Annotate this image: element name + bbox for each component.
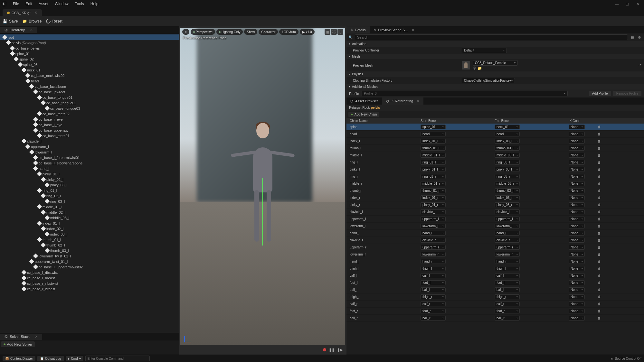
add-chain-button[interactable]: + Add New Chain xyxy=(348,112,379,117)
bone-item[interactable]: index_02_l xyxy=(0,226,179,231)
bone-item[interactable]: cc_base_l_upperarmtwist02 xyxy=(0,264,179,270)
bone-item[interactable]: cc_base_teeth01 xyxy=(0,133,179,138)
perspective-dropdown[interactable]: Perspective xyxy=(191,29,215,35)
menu-help[interactable]: Help xyxy=(87,2,102,6)
start-bone-dropdown[interactable]: middle_01_r▾ xyxy=(421,181,446,186)
preview-mesh-dropdown[interactable]: CC3_Default_Female▾ xyxy=(473,60,518,66)
delete-chain-button[interactable]: 🗑 xyxy=(598,253,601,256)
end-bone-dropdown[interactable]: neck_01▾ xyxy=(495,125,520,129)
end-bone-dropdown[interactable]: upperarm_l▾ xyxy=(495,217,520,221)
source-control-status[interactable]: Source Control Off xyxy=(615,357,641,360)
chain-row[interactable]: clavicle_lclavicle_l▾clavicle_l▾None▾🗑 xyxy=(346,209,644,216)
view-options-button[interactable]: ▦ xyxy=(630,35,635,40)
delete-chain-button[interactable]: 🗑 xyxy=(598,175,601,178)
start-bone-dropdown[interactable]: hand_l▾ xyxy=(421,231,446,236)
start-bone-dropdown[interactable]: ring_01_l▾ xyxy=(421,160,446,165)
menu-window[interactable]: Window xyxy=(52,2,72,6)
ik-goal-dropdown[interactable]: None▾ xyxy=(569,132,585,136)
remove-profile-button[interactable]: Remove Profile xyxy=(613,91,641,96)
chain-row[interactable]: calf_lcalf_l▾calf_l▾None▾🗑 xyxy=(346,272,644,279)
bone-item[interactable]: head xyxy=(0,78,179,84)
end-bone-dropdown[interactable]: ring_03_l▾ xyxy=(495,160,520,165)
end-bone-dropdown[interactable]: thumb_03_l▾ xyxy=(495,146,520,151)
end-bone-dropdown[interactable]: index_03_l▾ xyxy=(495,139,520,144)
chain-row[interactable]: hand_rhand_r▾hand_r▾None▾🗑 xyxy=(346,258,644,265)
preview-controller-dropdown[interactable]: Default▾ xyxy=(462,48,507,53)
bone-item[interactable]: index_01_l xyxy=(0,220,179,226)
start-bone-dropdown[interactable]: ball_l▾ xyxy=(421,287,446,292)
asset-browser-tab[interactable]: ⌬ Asset Browser xyxy=(346,97,382,105)
bone-item[interactable]: cc_base_facialbone xyxy=(0,84,179,89)
end-bone-dropdown[interactable]: calf_l▾ xyxy=(495,273,520,278)
profile-dropdown[interactable]: Profile_0▾ xyxy=(362,91,568,96)
chain-row[interactable]: pinky_lpinky_01_l▾pinky_03_l▾None▾🗑 xyxy=(346,166,644,173)
bone-item[interactable]: cc_base_necktwist02 xyxy=(0,73,179,78)
end-bone-dropdown[interactable]: middle_03_r▾ xyxy=(495,181,520,186)
ik-goal-dropdown[interactable]: None▾ xyxy=(569,174,585,179)
ik-goal-dropdown[interactable]: None▾ xyxy=(569,125,585,129)
chain-row[interactable]: upperarm_lupperarm_l▾upperarm_l▾None▾🗑 xyxy=(346,216,644,223)
chain-row[interactable]: lowerarm_llowerarm_l▾lowerarm_l▾None▾🗑 xyxy=(346,223,644,230)
bone-item[interactable]: cc_base_l_forearmtwist01 xyxy=(0,155,179,160)
start-bone-dropdown[interactable]: spine_01▾ xyxy=(421,125,446,129)
ik-goal-dropdown[interactable]: None▾ xyxy=(569,316,585,320)
chain-row[interactable]: hand_lhand_l▾hand_l▾None▾🗑 xyxy=(346,230,644,237)
delete-chain-button[interactable]: 🗑 xyxy=(598,168,601,171)
end-bone-dropdown[interactable]: pinky_03_r▾ xyxy=(495,202,520,207)
chain-row[interactable]: upperarm_rupperarm_r▾upperarm_r▾None▾🗑 xyxy=(346,244,644,251)
pause-button[interactable]: ❚❚ xyxy=(329,348,335,352)
delete-chain-button[interactable]: 🗑 xyxy=(598,246,601,249)
start-bone-dropdown[interactable]: pinky_01_l▾ xyxy=(421,167,446,172)
start-bone-dropdown[interactable]: pinky_01_r▾ xyxy=(421,202,446,207)
ik-goal-dropdown[interactable]: None▾ xyxy=(569,181,585,186)
bone-item[interactable]: root xyxy=(0,34,179,40)
viewport-options-button[interactable]: ⋮ xyxy=(337,29,343,35)
delete-chain-button[interactable]: 🗑 xyxy=(598,302,601,306)
end-bone-dropdown[interactable]: middle_03_l▾ xyxy=(495,153,520,158)
clothing-factory-dropdown[interactable]: ChaosClothingSimulationFactory▾ xyxy=(462,78,515,83)
start-bone-dropdown[interactable]: upperarm_l▾ xyxy=(421,217,446,221)
mesh-thumbnail[interactable] xyxy=(462,61,470,70)
use-asset-button[interactable]: ⦿ xyxy=(473,66,476,70)
chain-row[interactable]: ring_rring_01_r▾ring_03_r▾None▾🗑 xyxy=(346,173,644,180)
chain-row[interactable]: calf_rcalf_r▾calf_r▾None▾🗑 xyxy=(346,301,644,308)
end-bone-dropdown[interactable]: thumb_03_r▾ xyxy=(495,188,520,193)
delete-chain-button[interactable]: 🗑 xyxy=(598,182,601,185)
end-bone-dropdown[interactable]: ring_03_r▾ xyxy=(495,174,520,179)
bone-item[interactable]: thumb_02_l xyxy=(0,242,179,248)
end-bone-dropdown[interactable]: thigh_l▾ xyxy=(495,266,520,271)
browse-button[interactable]: 📁 Browse xyxy=(22,19,42,23)
delete-chain-button[interactable]: 🗑 xyxy=(598,288,601,292)
delete-chain-button[interactable]: 🗑 xyxy=(598,309,601,313)
ik-goal-dropdown[interactable]: None▾ xyxy=(569,146,585,151)
start-bone-dropdown[interactable]: hand_r▾ xyxy=(421,259,446,264)
ik-goal-dropdown[interactable]: None▾ xyxy=(569,224,585,228)
delete-chain-button[interactable]: 🗑 xyxy=(598,224,601,228)
bone-item[interactable]: pinky_02_l xyxy=(0,177,179,182)
bone-item[interactable]: clavicle_l xyxy=(0,138,179,144)
delete-chain-button[interactable]: 🗑 xyxy=(598,161,601,164)
hierarchy-tab[interactable]: ⌬ Hierarchy ✕ xyxy=(0,27,37,33)
chain-row[interactable]: ball_lball_l▾ball_l▾None▾🗑 xyxy=(346,286,644,293)
bone-item[interactable]: cc_base_r_breast xyxy=(0,286,179,292)
bone-item[interactable]: middle_03_l xyxy=(0,215,179,220)
end-bone-dropdown[interactable]: lowerarm_l▾ xyxy=(495,224,520,228)
bone-item[interactable]: cc_base_jawroot xyxy=(0,89,179,95)
ik-goal-dropdown[interactable]: None▾ xyxy=(569,139,585,144)
save-button[interactable]: 💾 Save xyxy=(3,19,18,23)
chain-row[interactable]: ring_lring_01_l▾ring_03_l▾None▾🗑 xyxy=(346,159,644,166)
section-physics[interactable]: ▾Physics xyxy=(346,71,644,77)
ik-goal-dropdown[interactable]: None▾ xyxy=(569,202,585,207)
character-dropdown[interactable]: Character xyxy=(259,29,278,35)
bone-item[interactable]: cc_base_r_eye xyxy=(0,116,179,122)
start-bone-dropdown[interactable]: lowerarm_r▾ xyxy=(421,252,446,257)
delete-chain-button[interactable]: 🗑 xyxy=(598,203,601,207)
start-bone-dropdown[interactable]: head▾ xyxy=(421,132,446,136)
bone-item[interactable]: spine_01 xyxy=(0,51,179,56)
chain-row[interactable]: middle_rmiddle_01_r▾middle_03_r▾None▾🗑 xyxy=(346,180,644,187)
start-bone-dropdown[interactable]: clavicle_r▾ xyxy=(421,238,446,243)
bone-item[interactable]: pelvis (Retarget Root) xyxy=(0,40,179,45)
asset-tab[interactable]: CC3_IKRig* ✕ xyxy=(3,9,42,16)
delete-chain-button[interactable]: 🗑 xyxy=(598,153,601,157)
step-button[interactable]: ❚▶ xyxy=(337,348,343,352)
